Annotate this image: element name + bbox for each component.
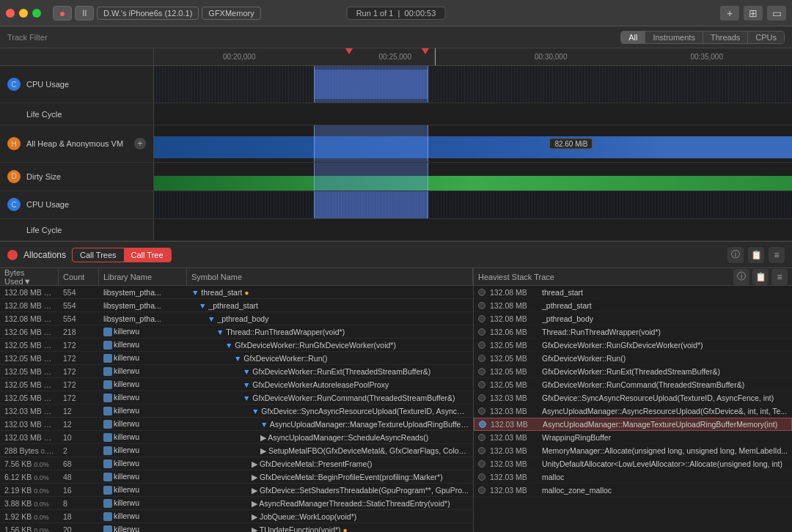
table-row[interactable]: 132.08 MB 99.6% 554 libsystem_ptha... ▼ …	[0, 312, 473, 325]
heap-name: All Heap & Anonymous VM	[26, 139, 123, 148]
table-row[interactable]: 132.08 MB 99.6% 554 libsystem_ptha... ▼ …	[0, 299, 473, 312]
stack-row[interactable]: 132.05 MB GfxDeviceWorker::RunCommand(Th…	[474, 378, 792, 391]
heap-track[interactable]: 82.60 MiB	[154, 125, 792, 162]
minimize-button[interactable]	[19, 9, 28, 18]
view-split-button[interactable]: ⊞	[744, 6, 763, 21]
ruler-mark-4: 00:35,000	[691, 53, 724, 61]
dirty-name: Dirty Size	[26, 172, 61, 181]
record-button[interactable]: ●	[53, 6, 72, 21]
stack-row-highlighted[interactable]: 132.03 MB AsyncUploadManager::ManageText…	[474, 418, 792, 431]
segment-cpus[interactable]: CPUs	[748, 32, 784, 43]
stack-row[interactable]: 132.05 MB GfxDeviceWorker::RunExt(Thread…	[474, 365, 792, 378]
th-bytes[interactable]: Bytes Used▼	[0, 268, 59, 285]
stack-bytes: 132.03 MB	[491, 420, 538, 429]
lifecycle-track[interactable]	[154, 103, 792, 125]
td-count: 48	[59, 473, 99, 481]
right-panel: Heaviest Stack Trace ⓘ 📋 ≡ 132.08 MB thr…	[474, 268, 792, 532]
table-row[interactable]: 3.88 KB 0.0% 8 killerwu ▶ AsyncReadManag…	[0, 497, 473, 510]
filter-options-button[interactable]: ≡	[769, 247, 785, 263]
td-library: killerwu	[99, 340, 187, 350]
table-row[interactable]: 132.05 MB 99.5% 172 killerwu ▼ GfxDevice…	[0, 378, 473, 391]
timeline-ruler[interactable]: 00:20,000 00:25,000 00:30,000 00:35,000	[154, 48, 792, 65]
stack-symbol: GfxDeviceWorker::RunCommand(ThreadedStre…	[542, 380, 788, 389]
stack-row[interactable]: 132.03 MB GfxDevice::SyncAsyncResourceUp…	[474, 391, 792, 404]
td-bytes: 132.03 MB 99.5%	[0, 407, 59, 415]
table-row[interactable]: 7.56 KB 0.0% 68 killerwu ▶ GfxDeviceMeta…	[0, 457, 473, 470]
td-bytes: 1.56 KB 0.0%	[0, 525, 59, 533]
td-library: killerwu	[99, 327, 187, 336]
lifecycle2-track[interactable]	[154, 219, 792, 240]
stack-row[interactable]: 132.03 MB UnityDefaultAllocator<LowLevel…	[474, 457, 792, 470]
stack-list[interactable]: 132.08 MB thread_start 132.08 MB _pthrea…	[474, 286, 792, 532]
run-time: 00:00:53	[405, 9, 436, 18]
stack-symbol: malloc_zone_malloc	[542, 486, 788, 495]
info-button[interactable]: ⓘ	[727, 247, 744, 263]
right-filter-button[interactable]: ≡	[771, 269, 788, 285]
instrument-row-heap: H All Heap & Anonymous VM + 82.60 MiB	[0, 125, 792, 163]
cpu2-track[interactable]	[154, 191, 792, 218]
stack-row[interactable]: 132.05 MB GfxDeviceWorker::Run()	[474, 352, 792, 365]
table-row[interactable]: 132.03 MB 99.5% 12 killerwu ▼ AsyncUploa…	[0, 418, 473, 431]
maximize-button[interactable]	[32, 9, 41, 18]
export-button[interactable]: 📋	[748, 247, 764, 263]
th-library[interactable]: Library Name	[99, 268, 187, 285]
stack-row[interactable]: 132.03 MB malloc	[474, 470, 792, 484]
segment-instruments[interactable]: Instruments	[645, 32, 703, 43]
tab-call-trees[interactable]: Call Trees	[73, 248, 124, 262]
stack-row[interactable]: 132.03 MB malloc_zone_malloc	[474, 484, 792, 497]
table-row[interactable]: 132.05 MB 99.5% 172 killerwu ▼ GfxDevice…	[0, 365, 473, 378]
td-bytes: 132.03 MB 99.5%	[0, 420, 59, 429]
table-body[interactable]: 132.08 MB 99.6% 554 libsystem_ptha... ▼ …	[0, 286, 473, 532]
stack-symbol: GfxDevice::SyncAsyncResourceUpload(Textu…	[542, 394, 788, 402]
stack-dot	[478, 407, 485, 415]
table-row[interactable]: 132.06 MB 99.5% 218 killerwu ▼ Thread::R…	[0, 325, 473, 339]
stack-symbol: GfxDeviceWorker::Run()	[542, 354, 788, 363]
stack-row[interactable]: 132.05 MB GfxDeviceWorker::RunGfxDeviceW…	[474, 339, 792, 352]
stack-row[interactable]: 132.06 MB Thread::RunThreadWrapper(void*…	[474, 325, 792, 339]
table-row[interactable]: 2.19 KB 0.0% 16 killerwu ▶ GfxDevice::Se…	[0, 484, 473, 497]
right-info-button[interactable]: ⓘ	[733, 269, 749, 285]
view-panel-button[interactable]: ▭	[767, 6, 786, 21]
cpu-track[interactable]	[154, 66, 792, 103]
td-bytes: 6.12 KB 0.0%	[0, 473, 59, 481]
stack-dot	[478, 381, 485, 388]
stack-row[interactable]: 132.08 MB _pthread_body	[474, 312, 792, 325]
cpu2-waveform	[154, 191, 792, 218]
table-row[interactable]: 6.12 KB 0.0% 48 killerwu ▶ GfxDeviceMeta…	[0, 470, 473, 484]
table-row[interactable]: 132.03 MB 99.5% 12 killerwu ▼ GfxDevice:…	[0, 404, 473, 418]
table-row[interactable]: 288 Bytes 0.0% 2 killerwu ▶ SetupMetalFB…	[0, 444, 473, 457]
table-row[interactable]: 132.03 MB 99.5% 10 killerwu ▶ AsyncUploa…	[0, 431, 473, 444]
stack-row[interactable]: 132.03 MB AsyncUploadManager::AsyncResou…	[474, 404, 792, 418]
td-symbol: ▶ TUpdateFunction(void*) ●	[187, 525, 473, 533]
td-bytes: 132.05 MB 99.5%	[0, 354, 59, 363]
tab-call-tree[interactable]: Call Tree	[124, 248, 171, 262]
segment-threads[interactable]: Threads	[703, 32, 748, 43]
stack-dot	[478, 460, 485, 468]
stack-row[interactable]: 132.03 MB MemoryManager::Allocate(unsign…	[474, 444, 792, 457]
table-row[interactable]: 132.05 MB 99.5% 172 killerwu ▼ GfxDevice…	[0, 352, 473, 365]
table-row[interactable]: 132.08 MB 99.6% 554 libsystem_ptha... ▼ …	[0, 286, 473, 299]
dirty-track[interactable]	[154, 163, 792, 190]
heap-add-button[interactable]: +	[134, 138, 146, 149]
th-count[interactable]: Count	[59, 268, 99, 285]
right-export-button[interactable]: 📋	[752, 269, 769, 285]
instrument-label-cpu2: C CPU Usage	[0, 191, 154, 218]
stack-bytes: 132.03 MB	[490, 473, 538, 481]
alloc-icon	[7, 250, 18, 260]
table-row[interactable]: 1.92 KB 0.0% 18 killerwu ▶ JobQueue::Wor…	[0, 510, 473, 523]
segment-all[interactable]: All	[621, 32, 645, 43]
pause-button[interactable]: ⏸	[75, 6, 94, 21]
th-symbol[interactable]: Symbol Name	[187, 268, 473, 285]
add-button[interactable]: +	[720, 6, 739, 21]
stack-row[interactable]: 132.08 MB _pthread_start	[474, 299, 792, 312]
close-button[interactable]	[6, 9, 15, 18]
table-row[interactable]: 1.56 KB 0.0% 20 killerwu ▶ TUpdateFuncti…	[0, 523, 473, 532]
stack-row[interactable]: 132.03 MB WrappingRingBuffer	[474, 431, 792, 444]
stack-row[interactable]: 132.08 MB thread_start	[474, 286, 792, 299]
td-count: 172	[59, 354, 99, 363]
table-row[interactable]: 132.05 MB 99.5% 172 killerwu ▼ GfxDevice…	[0, 391, 473, 404]
stack-bytes: 132.08 MB	[490, 301, 538, 310]
track-filter-label: Track Filter	[7, 33, 48, 42]
table-row[interactable]: 132.05 MB 99.5% 172 killerwu ▼ GfxDevice…	[0, 339, 473, 352]
timeline-header: 00:20,000 00:25,000 00:30,000 00:35,000	[0, 48, 792, 66]
